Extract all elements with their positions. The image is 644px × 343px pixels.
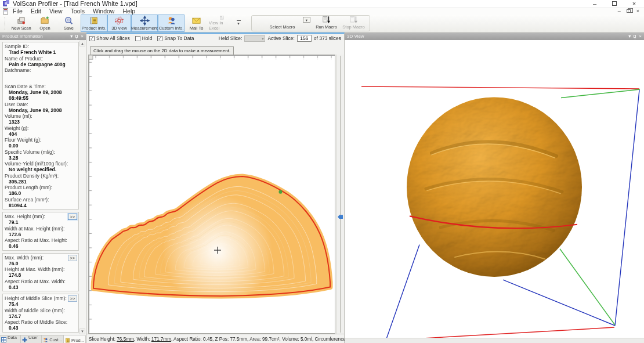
window-title: VolScan Profiler - [Trad French White 1.…	[13, 0, 138, 7]
panel-menu-icon[interactable]: ▾	[628, 34, 631, 39]
field-max-width: Max. Width (mm):76.0	[5, 255, 77, 267]
panel-menu-icon[interactable]: ▾	[70, 34, 73, 39]
field-max-height: Max. Height (mm):79.1	[5, 214, 77, 226]
field-aspect-ratio-max-width: Aspect Ratio at Max. Width:0.43	[5, 279, 77, 291]
slice-stack-shape	[93, 176, 330, 308]
save-button[interactable]: Save	[57, 15, 81, 32]
maximize-button[interactable]	[605, 0, 624, 7]
product-information-header: Product Information ▾ ×	[0, 33, 86, 40]
toolbar-drag-handle[interactable]	[5, 17, 7, 30]
left-ruler	[89, 55, 93, 333]
select-macro-control[interactable]: ▾ Select Macro	[252, 16, 313, 31]
data-grid-icon	[1, 337, 6, 342]
new-scan-button[interactable]: New Scan	[9, 15, 33, 32]
tab-data-view[interactable]: Data ...	[0, 335, 21, 343]
active-slice-input[interactable]	[297, 35, 312, 42]
new-scan-icon	[16, 16, 26, 26]
field-flour-weight: Flour Weight (g):0.00	[5, 137, 77, 149]
save-icon	[64, 16, 74, 26]
people-icon	[43, 337, 48, 342]
panel-close-icon[interactable]: ×	[639, 34, 642, 39]
3d-view-icon	[114, 16, 124, 26]
custom-info-button[interactable]: Custom Info.	[158, 15, 184, 32]
field-aspect-ratio-middle-slice: Aspect Ratio of Middle Slice:0.43	[5, 319, 77, 331]
slice-2d-plot[interactable]	[88, 55, 335, 334]
field-product-length: Product Length (mm):186.0	[5, 185, 77, 197]
pin-icon[interactable]	[634, 35, 636, 38]
menu-tools[interactable]: Tools	[67, 8, 89, 15]
slice-count-text: of 373 slices	[314, 35, 341, 41]
panel-close-icon[interactable]: ×	[81, 34, 84, 39]
slice-2d-panel: ✓ Show All Slices Hold ✓ Snap To Data He…	[86, 33, 345, 343]
menu-window[interactable]: Window	[89, 8, 118, 15]
open-button[interactable]: Open	[33, 15, 57, 32]
mail-to-button[interactable]: Mail To	[184, 15, 208, 32]
run-macro-icon	[321, 16, 331, 24]
slice-width-link[interactable]: 171.7mm	[151, 337, 171, 342]
mdi-close-button[interactable]: ×	[636, 8, 639, 14]
scroll-down-button[interactable]: ▼	[79, 328, 85, 334]
app-window: VolScan Profiler - [Trad French White 1.…	[0, 0, 644, 343]
field-width-middle-slice: Width of Middle Slice (mm):174.7	[5, 308, 77, 320]
slice-slider[interactable]	[337, 55, 344, 334]
field-volume-yield: Volume-Yield (ml/100g flour):No weight s…	[5, 161, 77, 173]
product-info-scroll-area: ▲ ▼ Sample ID:Trad French White 1 Name o…	[0, 40, 86, 335]
field-batchname: Batchname:	[5, 67, 77, 80]
menu-view[interactable]: View	[45, 8, 67, 15]
menu-help[interactable]: Help	[118, 8, 139, 15]
checkbox-checked-icon: ✓	[89, 36, 95, 41]
3d-view-button[interactable]: 3D view	[107, 15, 131, 32]
field-width-at-max-height: Width at Max. Height (mm):172.6	[5, 226, 77, 238]
active-slice-label: Active Slice:	[267, 35, 294, 41]
middle-slice-expand-button[interactable]: >>	[68, 295, 77, 302]
tab-product-info[interactable]: Prod...	[64, 335, 86, 343]
view-3d-panel: 3D View ▾ ×	[345, 33, 644, 343]
snap-to-data-checkbox[interactable]: ✓ Snap To Data	[157, 35, 194, 41]
select-macro-dropdown[interactable]: ▾	[303, 17, 310, 23]
titlebar: VolScan Profiler - [Trad French White 1.…	[0, 0, 644, 8]
mail-icon	[191, 16, 201, 26]
toolbar: New Scan Open Save Product Info. 3D view…	[0, 15, 644, 33]
toolbar-overflow-button[interactable]: ▾	[235, 15, 242, 32]
field-height-middle-slice: Height of Middle Slice (mm):75.4	[5, 295, 77, 308]
measurement-button[interactable]: Measurement	[131, 15, 158, 32]
menu-file[interactable]: File	[9, 8, 27, 15]
main-area: Product Information ▾ × ▲ ▼ Sample ID:Tr…	[0, 33, 644, 343]
tab-user-info[interactable]: User ...	[21, 335, 42, 343]
pin-icon[interactable]	[75, 35, 78, 38]
tab-custom-info[interactable]: Cust...	[42, 335, 64, 343]
field-surface-area: Surface Area (mm²):81094.4	[5, 197, 77, 209]
document-icon	[2, 8, 9, 15]
product-information-panel: Product Information ▾ × ▲ ▼ Sample ID:Tr…	[0, 33, 86, 343]
field-weight: Weight (g):404	[5, 125, 77, 138]
custom-info-icon	[167, 16, 176, 26]
held-slice-dropdown[interactable]: ▾	[244, 35, 265, 42]
slice-slider-thumb[interactable]	[338, 215, 343, 219]
run-macro-button[interactable]: Run Macro	[313, 16, 340, 31]
menu-edit[interactable]: Edit	[27, 8, 45, 15]
view-in-excel-button[interactable]: View In Excel	[208, 15, 235, 32]
field-scan-date-time: Scan Date & Time:Monday, June 09, 2008 0…	[5, 84, 77, 102]
scroll-up-button[interactable]: ▲	[79, 41, 85, 46]
slice-height-link[interactable]: 76.5mm	[117, 337, 134, 342]
max-width-group: >> Max. Width (mm):76.0 Height at Max. W…	[2, 253, 79, 292]
panel-tab-bar: Data ... User ... Cust... Prod...	[0, 335, 86, 343]
mdi-minimize-button[interactable]: –	[618, 8, 621, 14]
slice-slider-track[interactable]	[340, 56, 341, 333]
stop-macro-button[interactable]: Stop Macro	[340, 16, 367, 31]
field-height-at-max-width: Height at Max. Width (mm):174.8	[5, 266, 77, 279]
field-volume: Volume (ml):1323	[5, 113, 77, 125]
view-3d-canvas[interactable]	[345, 40, 644, 338]
chevron-down-icon: ▾	[237, 21, 240, 26]
minimize-button[interactable]: –	[585, 0, 605, 7]
mdi-restore-button[interactable]	[627, 9, 631, 13]
max-width-expand-button[interactable]: >>	[68, 255, 77, 261]
max-height-expand-button[interactable]: >>	[68, 214, 77, 220]
product-info-button[interactable]: Product Info.	[81, 15, 107, 32]
close-button[interactable]: ×	[624, 0, 644, 7]
view-3d-header: 3D View ▾ ×	[345, 33, 644, 40]
field-specific-volume: Specific Volume (ml/g):3.28	[5, 149, 77, 161]
max-height-group: >> Max. Height (mm):79.1 Width at Max. H…	[2, 212, 79, 251]
hold-checkbox[interactable]: Hold	[135, 35, 152, 41]
show-all-slices-checkbox[interactable]: ✓ Show All Slices	[89, 35, 130, 41]
